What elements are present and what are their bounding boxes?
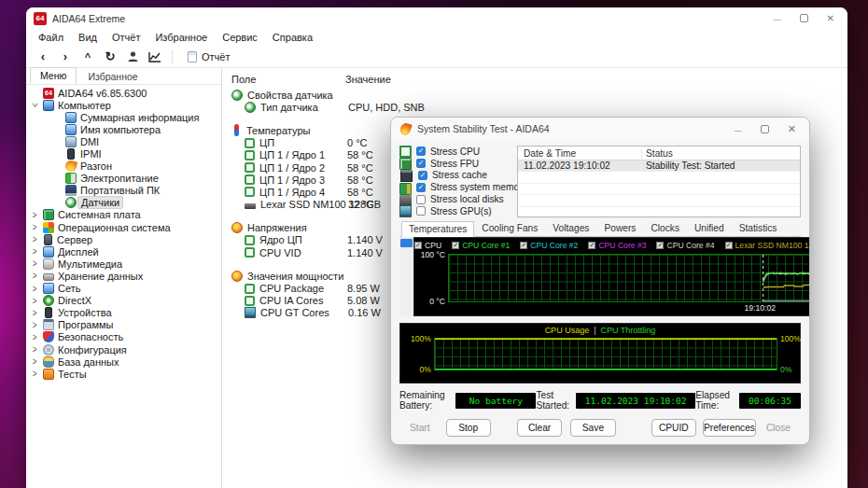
- legend-checkbox[interactable]: [414, 242, 422, 249]
- chevron-icon[interactable]: [30, 101, 39, 109]
- tree-item[interactable]: Портативный ПК: [26, 185, 221, 197]
- dialog-button[interactable]: CPUID: [651, 419, 696, 437]
- column-value[interactable]: Значение: [345, 74, 391, 89]
- tree-item[interactable]: Датчики: [26, 197, 221, 209]
- stress-checkbox[interactable]: [418, 171, 427, 180]
- dialog-tab[interactable]: Unified: [687, 220, 732, 236]
- dialog-tab[interactable]: Clocks: [643, 220, 687, 236]
- tree-item[interactable]: Сеть: [26, 283, 221, 295]
- tree-item[interactable]: DMI: [26, 135, 221, 147]
- chevron-icon[interactable]: [30, 321, 39, 329]
- dialog-close-icon[interactable]: [788, 123, 796, 135]
- report-button[interactable]: Отчёт: [180, 49, 237, 64]
- stress-checkbox[interactable]: [416, 183, 426, 192]
- graph-scrollbar-thumb[interactable]: [400, 239, 413, 247]
- chevron-icon[interactable]: [30, 357, 39, 366]
- legend-checkbox[interactable]: [520, 242, 527, 249]
- log-row[interactable]: [518, 184, 800, 195]
- dialog-tab[interactable]: Statistics: [732, 220, 785, 236]
- chevron-icon[interactable]: [30, 345, 39, 354]
- dialog-tab[interactable]: Cooling Fans: [474, 220, 545, 236]
- tree-item[interactable]: Операционная система: [26, 221, 221, 233]
- tree-item[interactable]: AIDA64 v6.85.6300: [26, 87, 221, 99]
- legend-checkbox[interactable]: [452, 242, 459, 249]
- log-col-datetime[interactable]: Date & Time: [518, 148, 641, 159]
- tab-menu[interactable]: Меню: [30, 67, 77, 84]
- log-col-status[interactable]: Status: [641, 148, 800, 159]
- user-icon[interactable]: [123, 49, 142, 65]
- chevron-icon[interactable]: [52, 125, 62, 133]
- back-button[interactable]: ‹: [34, 49, 52, 65]
- menu-item[interactable]: Справка: [266, 30, 319, 45]
- stress-checkbox[interactable]: [416, 206, 426, 216]
- tree-item[interactable]: Мультимедиа: [26, 258, 221, 270]
- chevron-icon[interactable]: [30, 223, 39, 231]
- chevron-icon[interactable]: [30, 259, 39, 268]
- chevron-icon[interactable]: [30, 272, 39, 280]
- dialog-button[interactable]: Stop: [446, 419, 491, 437]
- log-row[interactable]: 11.02.2023 19:10:02 Stability Test: Star…: [518, 160, 800, 172]
- menu-item[interactable]: Вид: [72, 30, 104, 45]
- up-button[interactable]: ^: [78, 49, 97, 65]
- chevron-icon[interactable]: [52, 113, 62, 121]
- maximize-icon[interactable]: [800, 14, 808, 22]
- tree-item[interactable]: Хранение данных: [26, 270, 221, 282]
- tree-item[interactable]: Системная плата: [26, 209, 221, 221]
- tree-item[interactable]: Разгон: [26, 160, 221, 173]
- stress-checkbox[interactable]: [416, 159, 426, 168]
- dialog-button[interactable]: Close: [756, 419, 801, 437]
- legend-checkbox[interactable]: [656, 242, 664, 249]
- dialog-button[interactable]: Save: [570, 419, 615, 437]
- chevron-icon[interactable]: [52, 187, 62, 195]
- refresh-button[interactable]: ↻: [101, 49, 119, 65]
- graph-scrollbar[interactable]: [399, 237, 413, 316]
- chevron-icon[interactable]: [30, 297, 39, 305]
- tree-item[interactable]: Программы: [26, 319, 221, 331]
- tree-item[interactable]: Суммарная информация: [26, 111, 221, 123]
- chevron-icon[interactable]: [30, 89, 39, 97]
- main-titlebar[interactable]: AIDA64 Extreme: [26, 7, 847, 29]
- log-row[interactable]: [518, 195, 800, 206]
- dialog-titlebar[interactable]: System Stability Test - AIDA64: [391, 118, 809, 140]
- menu-item[interactable]: Файл: [32, 30, 70, 45]
- legend-checkbox[interactable]: [588, 242, 595, 249]
- chevron-icon[interactable]: [30, 247, 39, 256]
- tree-item[interactable]: IPMI: [26, 147, 221, 160]
- chevron-icon[interactable]: [30, 369, 39, 378]
- dialog-button[interactable]: Clear: [517, 419, 562, 437]
- log-row[interactable]: [518, 207, 800, 218]
- tree-item[interactable]: Конфигурация: [26, 343, 221, 356]
- forward-button[interactable]: ›: [56, 49, 75, 65]
- chevron-icon[interactable]: [52, 150, 62, 159]
- chevron-icon[interactable]: [30, 211, 39, 219]
- tree-item[interactable]: Устройства: [26, 307, 221, 319]
- chevron-icon[interactable]: [30, 333, 39, 342]
- menu-item[interactable]: Отчёт: [105, 30, 147, 45]
- chevron-icon[interactable]: [52, 174, 62, 183]
- close-icon[interactable]: [827, 13, 834, 23]
- dialog-tab[interactable]: Powers: [596, 220, 643, 236]
- tree-item[interactable]: Тесты: [26, 368, 221, 380]
- tree-item[interactable]: Электропитание: [26, 173, 221, 185]
- chevron-icon[interactable]: [30, 285, 39, 293]
- dialog-button[interactable]: Start: [399, 419, 441, 437]
- stress-checkbox[interactable]: [416, 195, 426, 204]
- menu-item[interactable]: Сервис: [216, 30, 264, 45]
- chevron-icon[interactable]: [30, 235, 39, 244]
- tree-item[interactable]: Безопасность: [26, 331, 221, 343]
- tree-item[interactable]: DirectX: [26, 295, 221, 307]
- tree-item[interactable]: Дисплей: [26, 245, 221, 258]
- log-row[interactable]: [518, 172, 800, 183]
- tab-favorites[interactable]: Избранное: [78, 69, 147, 84]
- chevron-icon[interactable]: [30, 309, 39, 317]
- column-field[interactable]: Поле: [231, 74, 345, 89]
- menu-item[interactable]: Избранное: [148, 30, 214, 45]
- minimize-icon[interactable]: [774, 13, 781, 23]
- tree-item[interactable]: База данных: [26, 356, 221, 368]
- dialog-tab[interactable]: Temperatures: [401, 221, 474, 237]
- dialog-maximize-icon[interactable]: [761, 125, 769, 133]
- chevron-icon[interactable]: [52, 137, 62, 146]
- tree-item[interactable]: Имя компьютера: [26, 123, 221, 135]
- chevron-icon[interactable]: [52, 199, 62, 207]
- legend-checkbox[interactable]: [725, 242, 733, 249]
